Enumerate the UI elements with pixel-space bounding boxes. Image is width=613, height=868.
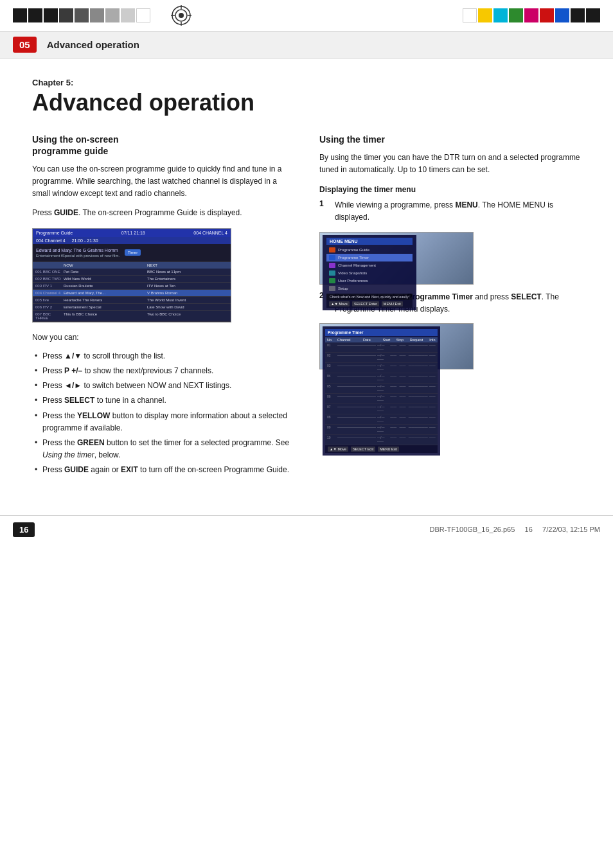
epg-header: Programme Guide 07/11 21:18 004 CHANNEL … bbox=[33, 229, 231, 237]
prog-timer-title: Programme Timer bbox=[325, 329, 438, 336]
pt-row-01: 01 ———————————— —/— —— —— —— —————— —— bbox=[325, 342, 438, 353]
home-menu-item-4: Video Snapshots bbox=[326, 269, 413, 277]
color-block bbox=[13, 8, 27, 22]
home-menu-label-5: User Preferences bbox=[338, 279, 368, 283]
epg-col-header: NOW NEXT bbox=[33, 262, 231, 269]
epg-programme-name: Edward and Mary: The G Grahms Homm bbox=[36, 248, 120, 252]
home-menu-icon-3 bbox=[329, 263, 335, 268]
bullet-item: Press P +/– to show the next/previous 7 … bbox=[32, 365, 294, 377]
bullet-item: Press ▲/▼ to scroll through the list. bbox=[32, 350, 294, 362]
home-menu-caption: Check what's on Now and Next, quickly an… bbox=[326, 294, 413, 300]
left-body-2: Press GUIDE. The on-screen Programme Gui… bbox=[32, 207, 294, 219]
pt-col-req: Request bbox=[410, 338, 429, 342]
home-menu-foot-exit: MENU Exit bbox=[382, 301, 403, 306]
prog-timer-screenshot: Programme Timer No. Channel Date Start S… bbox=[319, 323, 474, 369]
epg-screenshot: Programme Guide 07/11 21:18 004 CHANNEL … bbox=[32, 228, 231, 323]
color-block-magenta bbox=[524, 8, 538, 22]
epg-programme-sub: Entertainment fSpecial with previews of … bbox=[36, 254, 120, 258]
now-you-can-label: Now you can: bbox=[32, 332, 294, 344]
chapter-header: 05 Advanced operation bbox=[0, 31, 613, 58]
step-1-number: 1 bbox=[319, 199, 330, 224]
home-menu-title: HOME MENU bbox=[326, 238, 413, 245]
home-menu-label-4: Video Snapshots bbox=[338, 271, 367, 275]
epg-desc: Edward and Mary: The G Grahms Homm Enter… bbox=[33, 244, 231, 262]
home-menu-item-2: Programme Timer bbox=[326, 254, 413, 261]
prog-timer-bg: Programme Timer No. Channel Date Start S… bbox=[320, 324, 473, 369]
epg-date: 07/11 21:18 bbox=[121, 231, 145, 235]
home-menu-item-6: Setup bbox=[326, 285, 413, 292]
left-section-heading: Using the on-screenprogramme guide bbox=[32, 134, 294, 157]
top-bar bbox=[0, 0, 613, 31]
home-menu-label-6: Setup bbox=[338, 287, 348, 290]
epg-col-ch bbox=[35, 263, 61, 267]
color-block bbox=[136, 8, 150, 22]
home-menu-label-2: Programme Timer bbox=[338, 256, 369, 260]
bullet-item: Press ◄/► to switch between NOW and NEXT… bbox=[32, 380, 294, 392]
color-block bbox=[59, 8, 73, 22]
epg-title: Programme Guide bbox=[36, 231, 73, 235]
page-footer: 16 DBR-TF100GB_16_26.p65 16 7/22/03, 12:… bbox=[0, 515, 613, 544]
right-section-heading: Using the timer bbox=[319, 134, 581, 145]
color-block bbox=[571, 8, 585, 22]
color-blocks-right bbox=[463, 8, 600, 22]
color-block-cyan bbox=[493, 8, 508, 22]
page-number: 16 bbox=[13, 522, 35, 537]
color-block bbox=[28, 8, 42, 22]
chapter-title-bar: Advanced operation bbox=[47, 39, 139, 50]
pt-foot-move: ▲▼ Move bbox=[328, 447, 348, 452]
home-menu-footer: ▲▼ Move SELECT Enter MENU Exit bbox=[326, 300, 413, 308]
home-menu-bg: HOME MENU Programme Guide Programme Time… bbox=[320, 233, 473, 284]
bullet-item: Press GUIDE again or EXIT to turn off th… bbox=[32, 464, 294, 476]
pt-row-02: 02 ———————————— —/— —— —— —— —————— —— bbox=[325, 353, 438, 363]
home-menu-foot-enter: SELECT Enter bbox=[352, 301, 379, 306]
footer-filename: DBR-TF100GB_16_26.p65 bbox=[430, 526, 515, 533]
epg-info-bar: 004 Channel 4 21:00 - 21:30 bbox=[33, 237, 231, 244]
epg-desc-text: Edward and Mary: The G Grahms Homm Enter… bbox=[36, 248, 120, 258]
pt-col-stop: Stop bbox=[396, 338, 409, 342]
epg-row: 007 BBC THREE This Is BBC Choice Two to … bbox=[33, 311, 231, 322]
color-block bbox=[90, 8, 104, 22]
bullet-list: Press ▲/▼ to scroll through the list. Pr… bbox=[32, 350, 294, 477]
bullet-item: Press the YELLOW button to display more … bbox=[32, 410, 294, 434]
epg-col-next: NEXT bbox=[147, 263, 228, 267]
step-1-text: While viewing a programme, press MENU. T… bbox=[335, 199, 581, 224]
color-blocks-left bbox=[13, 8, 150, 22]
epg-timer-button[interactable]: Timer bbox=[125, 249, 141, 256]
home-menu-item-3: Channel Management bbox=[326, 261, 413, 269]
home-menu-icon-2 bbox=[329, 255, 335, 260]
epg-channel: 004 CHANNEL 4 bbox=[193, 231, 227, 235]
step-1: 1 While viewing a programme, press MENU.… bbox=[319, 199, 581, 224]
home-menu-item-5: User Preferences bbox=[326, 277, 413, 285]
epg-info-time: 21:00 - 21:30 bbox=[72, 238, 98, 243]
pt-row-07: 07 ———————————— —/— —— —— —— —————— —— bbox=[325, 404, 438, 414]
color-block-red bbox=[540, 8, 554, 22]
footer-file: DBR-TF100GB_16_26.p65 16 7/22/03, 12:15 … bbox=[430, 526, 600, 533]
pt-row-03: 03 ———————————— —/— —— —— —— —————— —— bbox=[325, 363, 438, 373]
epg-row: 003 ITV 1 Russian Roulette ITV News at T… bbox=[33, 283, 231, 290]
home-menu-icon-1 bbox=[329, 247, 335, 252]
home-menu-icon-5 bbox=[329, 278, 335, 283]
prog-timer-footer: ▲▼ Move SELECT Edit MENU Exit bbox=[325, 445, 438, 453]
pt-row-10: 10 ———————————— —/— —— —— —— —————— —— bbox=[325, 435, 438, 445]
pt-row-05: 05 ———————————— —/— —— —— —— —————— —— bbox=[325, 384, 438, 394]
color-block bbox=[121, 8, 135, 22]
home-menu-foot-move: ▲▼ Move bbox=[329, 301, 350, 306]
home-menu-label-3: Channel Management bbox=[338, 263, 376, 267]
color-block bbox=[105, 8, 120, 22]
pt-col-ch: Channel bbox=[337, 338, 362, 342]
sub-heading-timer: Displaying the timer menu bbox=[319, 185, 581, 194]
home-menu-label-1: Programme Guide bbox=[338, 248, 369, 252]
epg-row-selected: 004 Channel 4 Edward and Mary, The... V … bbox=[33, 290, 231, 297]
col-left: Using the on-screenprogramme guide You c… bbox=[32, 134, 294, 483]
two-column-layout: Using the on-screenprogramme guide You c… bbox=[32, 134, 581, 483]
bullet-item: Press SELECT to tune in a channel. bbox=[32, 394, 294, 407]
pt-row-08: 08 ———————————— —/— —— —— —— —————— —— bbox=[325, 414, 438, 425]
pt-row-09: 09 ———————————— —/— —— —— —— —————— —— bbox=[325, 425, 438, 435]
pt-col-info: Info bbox=[429, 338, 436, 342]
bullet-item: Press the GREEN button to set the timer … bbox=[32, 437, 294, 461]
color-block-blue bbox=[555, 8, 569, 22]
color-block bbox=[586, 8, 600, 22]
home-menu-icon-4 bbox=[329, 270, 335, 276]
epg-col-now: NOW bbox=[64, 263, 145, 267]
chapter-label: Chapter 5: bbox=[32, 78, 581, 87]
